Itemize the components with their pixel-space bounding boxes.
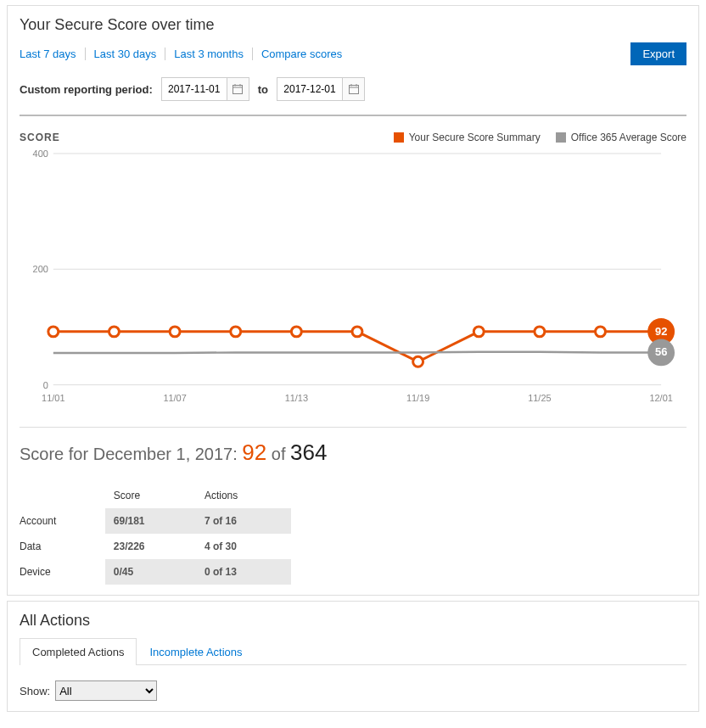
row-score: 23/226 — [105, 534, 196, 559]
legend-label: Your Secure Score Summary — [409, 132, 541, 143]
row-score: 69/181 — [105, 508, 196, 534]
score-chart: 020040011/0111/0711/1311/1911/2512/01925… — [20, 147, 686, 408]
actions-tabs: Completed Actions Incomplete Actions — [20, 638, 686, 665]
svg-text:92: 92 — [655, 325, 667, 338]
range-compare-scores[interactable]: Compare scores — [253, 48, 350, 60]
score-max: 364 — [290, 440, 327, 465]
col-actions: Actions — [196, 483, 291, 508]
svg-point-25 — [352, 327, 362, 337]
svg-text:11/13: 11/13 — [285, 393, 308, 403]
chart-legend: Your Secure Score Summary Office 365 Ave… — [394, 132, 686, 143]
calendar-icon[interactable] — [227, 78, 249, 100]
col-blank — [20, 483, 105, 508]
custom-period-row: Custom reporting period: to — [20, 77, 686, 101]
top-options-row: Last 7 days Last 30 days Last 3 months C… — [20, 42, 686, 65]
svg-text:11/25: 11/25 — [528, 393, 551, 403]
range-last-3-months[interactable]: Last 3 months — [165, 48, 253, 60]
row-label: Device — [20, 559, 105, 585]
table-row: Account69/1817 of 16 — [20, 508, 291, 534]
table-header-row: Score Actions — [20, 483, 291, 508]
range-last-7-days[interactable]: Last 7 days — [20, 48, 86, 60]
score-current: 92 — [242, 440, 266, 465]
row-actions: 0 of 13 — [196, 559, 291, 585]
show-row: Show: All — [20, 680, 686, 701]
legend-item-your-score: Your Secure Score Summary — [394, 132, 541, 143]
breakdown-table: Score Actions Account69/1817 of 16Data23… — [20, 483, 291, 585]
table-row: Data23/2264 of 30 — [20, 534, 291, 559]
svg-text:400: 400 — [33, 148, 48, 159]
range-last-30-days[interactable]: Last 30 days — [86, 48, 166, 60]
row-label: Account — [20, 508, 105, 534]
table-row: Device0/450 of 13 — [20, 559, 291, 585]
svg-point-29 — [596, 327, 606, 337]
to-label: to — [258, 83, 268, 96]
chart-title: SCORE — [20, 132, 60, 143]
export-button[interactable]: Export — [630, 42, 686, 65]
date-to-box — [277, 77, 365, 101]
svg-rect-0 — [233, 86, 243, 94]
show-select[interactable]: All — [55, 680, 157, 701]
legend-label: Office 365 Average Score — [571, 132, 686, 143]
date-from-box — [161, 77, 249, 101]
swatch-orange-icon — [394, 132, 404, 143]
panel-title: Your Secure Score over time — [20, 16, 686, 34]
calendar-icon[interactable] — [342, 78, 364, 100]
row-label: Data — [20, 534, 105, 559]
svg-point-26 — [413, 356, 423, 367]
svg-text:12/01: 12/01 — [649, 393, 672, 403]
svg-text:0: 0 — [43, 380, 48, 390]
show-label: Show: — [20, 685, 50, 697]
row-actions: 4 of 30 — [196, 534, 291, 559]
chart-header: SCORE Your Secure Score Summary Office 3… — [20, 132, 686, 143]
svg-point-28 — [535, 327, 545, 337]
svg-point-21 — [109, 327, 119, 337]
legend-item-avg-score: Office 365 Average Score — [556, 132, 686, 143]
score-for-row: Score for December 1, 2017: 92 of 364 — [20, 427, 686, 466]
swatch-gray-icon — [556, 132, 566, 143]
chart-area: 020040011/0111/0711/1311/1911/2512/01925… — [20, 147, 686, 408]
score-for-prefix: Score for December 1, 2017: — [20, 445, 242, 463]
range-links: Last 7 days Last 30 days Last 3 months C… — [20, 48, 350, 60]
all-actions-panel: All Actions Completed Actions Incomplete… — [7, 601, 699, 712]
col-score: Score — [105, 483, 196, 508]
svg-point-23 — [231, 327, 241, 337]
divider — [20, 115, 686, 116]
svg-text:11/19: 11/19 — [406, 393, 429, 403]
svg-point-27 — [473, 327, 484, 337]
svg-text:11/07: 11/07 — [163, 393, 186, 403]
secure-score-panel: Your Secure Score over time Last 7 days … — [7, 5, 699, 596]
row-actions: 7 of 16 — [196, 508, 291, 534]
date-from-input[interactable] — [162, 80, 227, 98]
row-score: 0/45 — [105, 559, 196, 585]
svg-rect-4 — [349, 86, 358, 94]
all-actions-title: All Actions — [20, 612, 686, 630]
svg-point-22 — [170, 327, 180, 337]
score-of-word: of — [266, 445, 290, 463]
tab-incomplete-actions[interactable]: Incomplete Actions — [137, 638, 255, 665]
svg-text:200: 200 — [33, 264, 48, 274]
date-to-input[interactable] — [277, 80, 342, 98]
tab-completed-actions[interactable]: Completed Actions — [20, 638, 137, 665]
custom-period-label: Custom reporting period: — [20, 83, 153, 96]
svg-point-20 — [48, 327, 59, 337]
svg-text:11/01: 11/01 — [42, 393, 64, 403]
svg-text:56: 56 — [655, 345, 667, 358]
svg-point-24 — [291, 327, 301, 337]
